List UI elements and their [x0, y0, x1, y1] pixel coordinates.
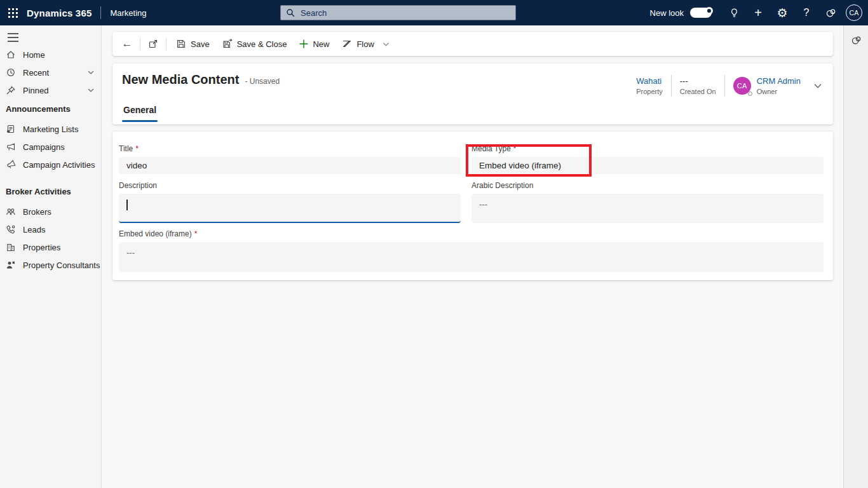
ideas-lightbulb-button[interactable] [722, 0, 746, 25]
header-summary-fields: Wahati Property --- Created On CA CRM Ad… [636, 72, 823, 99]
new-button[interactable]: New [293, 35, 336, 53]
sidebar-item-campaigns[interactable]: Campaigns [0, 138, 101, 156]
chevron-down-icon [87, 86, 95, 94]
flow-button[interactable]: Flow [336, 35, 380, 53]
field-media-type: Media Type* Embed video (iframe) [471, 144, 824, 174]
new-label: New [313, 39, 329, 49]
tab-general[interactable]: General [122, 105, 158, 122]
building-icon [6, 242, 16, 252]
save-and-close-button[interactable]: Save & Close [216, 35, 294, 53]
sidebar-item-campaign-activities[interactable]: Campaign Activities [0, 156, 101, 173]
sidebar-group-header: Broker Activities [0, 183, 101, 200]
field-embed-video: Embed video (iframe)* --- [119, 229, 824, 272]
field-label: Description [119, 181, 461, 190]
topbar-divider [100, 6, 101, 19]
save-label: Save [191, 39, 210, 49]
chevron-down-icon [382, 40, 390, 48]
plus-icon: + [754, 6, 762, 20]
field-label: Embed video (iframe)* [119, 229, 824, 238]
search-input[interactable] [299, 8, 510, 18]
user-avatar[interactable]: CA [846, 4, 862, 21]
command-divider [140, 37, 140, 50]
field-description: Description [119, 181, 461, 223]
copilot-panel-button[interactable] [848, 32, 864, 48]
presence-status-dot [748, 92, 752, 96]
save-close-label: Save & Close [237, 39, 287, 49]
header-field-owner: CA CRM Admin Owner [733, 76, 801, 95]
topbar-left: Dynamics 365 Marketing [0, 0, 147, 25]
collapse-header-chevron[interactable] [813, 81, 823, 91]
owner-link[interactable]: CRM Admin [757, 76, 801, 86]
search-icon [286, 8, 295, 17]
collapse-sitemap-button[interactable] [4, 29, 22, 46]
open-in-new-window-button[interactable] [144, 35, 163, 53]
required-marker: * [513, 144, 517, 153]
property-link[interactable]: Wahati [636, 76, 663, 86]
title-input[interactable] [119, 157, 461, 174]
header-field-property: Wahati Property [636, 76, 663, 95]
brand-title[interactable]: Dynamics 365 [27, 8, 92, 18]
sidebar-top-items: Home Recent Pinned [0, 46, 101, 99]
pin-icon [6, 85, 16, 95]
flow-dropdown-chevron[interactable] [378, 35, 394, 53]
copilot-side-rail [843, 25, 868, 488]
command-bar: ← Save Save & Close New [112, 32, 833, 56]
quick-create-button[interactable]: + [746, 0, 770, 25]
sidebar-item-brokers[interactable]: Brokers [0, 203, 101, 220]
save-button[interactable]: Save [170, 35, 216, 53]
help-button[interactable]: ? [794, 0, 818, 25]
new-look-label: New look [650, 8, 684, 18]
header-field-created-on: --- Created On [680, 76, 716, 95]
phone-icon [6, 224, 16, 234]
back-arrow-icon: ← [122, 37, 133, 50]
sidebar-item-recent[interactable]: Recent [0, 64, 101, 81]
gear-icon: ⚙ [776, 6, 787, 20]
megaphone-icon [6, 142, 16, 152]
sidebar-item-label: Recent [23, 68, 49, 78]
unsaved-status: - Unsaved [245, 77, 280, 86]
copilot-icon [825, 8, 836, 18]
page-title: New Media Content [122, 72, 239, 87]
description-textarea[interactable] [119, 194, 461, 223]
global-search-box[interactable] [280, 5, 516, 20]
sidebar-item-label: Leads [23, 225, 45, 234]
sidebar-item-leads[interactable]: Leads [0, 220, 101, 238]
sidebar-item-home[interactable]: Home [0, 46, 101, 64]
required-marker: * [194, 229, 198, 238]
waffle-icon [8, 8, 18, 18]
people-icon [6, 207, 16, 217]
chevron-down-icon [87, 69, 95, 76]
text-caret [126, 200, 128, 210]
popout-icon [148, 39, 158, 49]
field-arabic-description: Arabic Description --- [471, 181, 824, 223]
new-look-toggle[interactable] [690, 8, 712, 18]
flow-icon [342, 39, 352, 49]
app-name[interactable]: Marketing [110, 8, 146, 18]
header-divider [671, 75, 672, 97]
sidebar-group-announcements: Announcements Marketing Lists Campaigns … [0, 100, 101, 173]
sidebar-item-property-consultants[interactable]: Property Consultants [0, 256, 101, 274]
record-header-card: New Media Content - Unsaved General Waha… [112, 64, 833, 125]
media-type-select[interactable]: Embed video (iframe) [471, 157, 824, 174]
embed-video-textarea[interactable]: --- [119, 242, 824, 272]
save-close-icon [222, 39, 233, 49]
sidebar-item-marketing-lists[interactable]: Marketing Lists [0, 120, 101, 138]
megaphone-send-icon [6, 159, 16, 170]
settings-button[interactable]: ⚙ [770, 0, 794, 25]
owner-avatar[interactable]: CA [733, 77, 751, 95]
sidebar-item-pinned[interactable]: Pinned [0, 81, 101, 99]
back-button[interactable]: ← [118, 35, 137, 53]
app-launcher-button[interactable] [0, 0, 25, 25]
form-tabs: General [122, 104, 158, 122]
save-icon [176, 39, 186, 49]
arabic-description-textarea[interactable]: --- [471, 194, 824, 223]
sidebar-item-label: Properties [23, 243, 60, 252]
list-document-icon [6, 124, 16, 134]
question-mark-icon: ? [804, 7, 810, 18]
sidebar-item-properties[interactable]: Properties [0, 238, 101, 256]
field-label: Media Type* [471, 144, 824, 153]
avatar-initials: CA [849, 9, 858, 17]
app-root: Dynamics 365 Marketing New look [0, 0, 868, 488]
toggle-knob [705, 7, 713, 15]
copilot-button[interactable] [818, 0, 843, 25]
